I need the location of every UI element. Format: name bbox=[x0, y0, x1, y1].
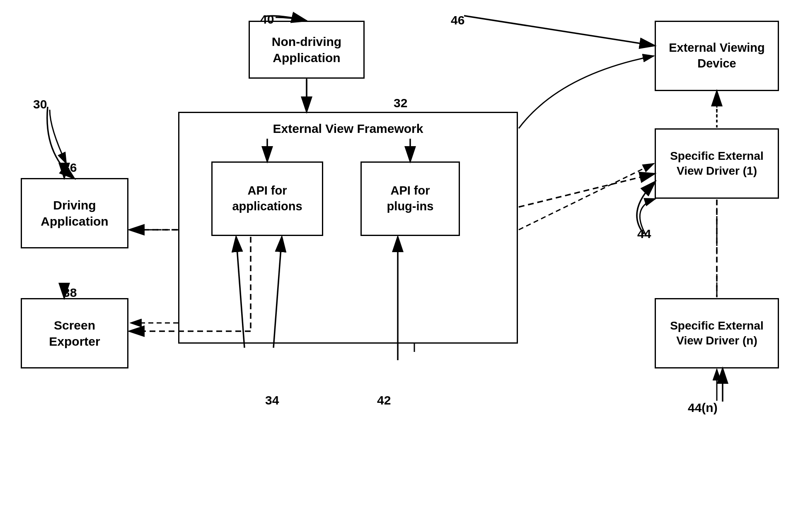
specific-driver-1-box: Specific ExternalView Driver (1) bbox=[655, 128, 779, 199]
api-plugins-label: API forplug-ins bbox=[387, 183, 434, 214]
screen-exporter-label: ScreenExporter bbox=[49, 317, 100, 349]
label-40: 40 bbox=[260, 12, 274, 26]
screen-exporter-box: ScreenExporter bbox=[21, 298, 128, 368]
specific-driver-1-label: Specific ExternalView Driver (1) bbox=[670, 149, 764, 179]
label-44: 44 bbox=[637, 227, 651, 241]
label-30: 30 bbox=[33, 97, 47, 111]
api-applications-label: API forapplications bbox=[232, 183, 302, 214]
label-34: 34 bbox=[265, 393, 279, 407]
specific-driver-n-box: Specific ExternalView Driver (n) bbox=[655, 298, 779, 368]
api-applications-box: API forapplications bbox=[211, 161, 323, 236]
external-viewing-device-box: External ViewingDevice bbox=[655, 21, 779, 91]
label-44n: 44(n) bbox=[688, 401, 718, 415]
label-46: 46 bbox=[451, 13, 464, 27]
external-view-framework-label: External View Framework bbox=[273, 120, 423, 137]
label-32: 32 bbox=[394, 96, 407, 110]
external-viewing-device-label: External ViewingDevice bbox=[669, 40, 765, 71]
diagram-container: Non-driving Application External View Fr… bbox=[0, 0, 803, 532]
driving-application-label: DrivingApplication bbox=[41, 197, 108, 229]
label-38: 38 bbox=[63, 286, 77, 300]
non-driving-app-label: Non-driving Application bbox=[250, 34, 363, 66]
api-plugins-box: API forplug-ins bbox=[360, 161, 460, 236]
specific-driver-n-label: Specific ExternalView Driver (n) bbox=[670, 318, 764, 349]
label-36: 36 bbox=[63, 161, 77, 175]
label-42: 42 bbox=[377, 393, 391, 407]
non-driving-app-box: Non-driving Application bbox=[249, 21, 365, 79]
svg-line-19 bbox=[519, 174, 654, 207]
svg-line-1 bbox=[519, 164, 654, 230]
driving-application-box: DrivingApplication bbox=[21, 178, 128, 248]
